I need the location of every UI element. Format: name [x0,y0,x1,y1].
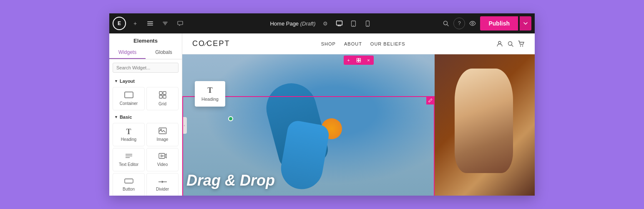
topbar-right: ? Publish [440,16,531,31]
site-nav-icons [496,41,525,47]
sidebar: Elements Widgets Globals ▼ Layout Contai… [109,33,182,196]
svg-rect-0 [147,21,153,22]
button-icon [124,178,133,185]
text-editor-icon [125,153,133,161]
basic-arrow-icon: ▼ [114,115,118,119]
divider-label: Divider [156,187,169,191]
image-icon [158,127,167,135]
search-nav-icon [507,41,514,47]
video-label: Video [157,162,168,167]
layout-section-title: ▼ Layout [109,76,182,85]
hero-portrait-image [435,54,535,196]
nav-our-beliefs: OUR BELIEFS [370,41,405,46]
publish-dropdown-button[interactable] [520,16,531,31]
topbar-center: CONCEPT Home Page (Draft) ⚙ [270,18,374,29]
widget-container[interactable]: Container [113,87,145,110]
image-label: Image [157,137,169,142]
svg-rect-12 [159,92,162,94]
site-logo: CO∕CEPT [192,39,230,48]
drag-cursor-indicator [228,116,233,121]
hero-right-panel [435,54,535,196]
elementor-logo[interactable]: E [113,17,126,30]
tab-globals[interactable]: Globals [146,46,182,59]
site-nav-links: SHOP ABOUT OUR BELIEFS [321,41,405,46]
svg-rect-2 [147,25,153,25]
widget-divider[interactable]: Divider [146,173,179,196]
widget-search-input[interactable] [113,63,179,73]
drag-widget-overlay[interactable]: T Heading [195,81,225,107]
svg-rect-14 [159,95,162,98]
button-label: Button [123,187,135,191]
editor-wrapper: E + CONCEPT Home Page (Draft) [109,13,535,196]
svg-point-17 [160,129,161,130]
canvas-area: CO∕CEPT SHOP ABOUT OUR BELIEFS [182,33,535,196]
layers-button[interactable] [144,18,156,29]
sidebar-tabs: Widgets Globals [109,46,182,59]
cart-icon [518,41,525,47]
svg-marker-24 [162,181,164,183]
widget-heading[interactable]: T Heading [113,123,145,146]
tablet-view-button[interactable] [347,18,360,29]
page-settings-icons: ⚙ [319,18,374,29]
text-editor-label: Text Editor [119,162,138,167]
basic-widget-grid: T Heading Image [109,121,182,196]
basic-section-title: ▼ Basic [109,112,182,121]
svg-point-32 [520,45,521,46]
customize-button[interactable] [159,18,171,29]
widget-button[interactable]: Button [113,173,145,196]
heading-widget-icon: T [207,86,212,95]
topbar: E + CONCEPT Home Page (Draft) [109,13,535,33]
svg-point-29 [498,41,501,44]
section-add-button[interactable]: + [344,56,354,65]
nav-about: ABOUT [344,41,362,46]
svg-rect-37 [359,61,360,62]
comments-button[interactable] [174,18,186,29]
site-preview: CO∕CEPT SHOP ABOUT OUR BELIEFS [182,33,535,196]
heading-icon: T [126,128,131,135]
section-toolbar: + × [344,56,374,65]
nav-shop: SHOP [321,41,336,46]
drag-drop-text: Drag & Drop [186,173,430,188]
grid-icon [159,91,166,100]
divider-icon [158,178,167,185]
svg-rect-15 [163,95,166,98]
desktop-view-button[interactable] [333,18,346,29]
help-button[interactable]: ? [453,18,465,29]
heading-label: Heading [121,137,136,142]
svg-line-9 [447,25,449,26]
svg-rect-36 [357,61,358,62]
layout-arrow-icon: ▼ [114,79,118,83]
svg-point-5 [353,25,354,26]
page-title: CONCEPT Home Page (Draft) [270,20,315,27]
portrait-face [455,69,513,173]
svg-rect-11 [125,92,133,98]
tab-widgets[interactable]: Widgets [109,46,146,59]
svg-rect-13 [163,92,166,94]
video-icon [158,153,167,161]
svg-point-10 [472,23,473,24]
svg-rect-34 [357,59,358,60]
svg-rect-1 [147,23,153,24]
site-nav: CO∕CEPT SHOP ABOUT OUR BELIEFS [182,33,535,54]
publish-button[interactable]: Publish [480,16,518,31]
add-element-button[interactable]: + [129,18,141,29]
widget-text-editor[interactable]: Text Editor [113,148,145,171]
svg-rect-3 [337,21,342,25]
hero-section: + × [182,54,535,196]
section-close-button[interactable]: × [364,56,374,65]
widget-video[interactable]: Video [146,148,179,171]
page-settings-button[interactable]: ⚙ [319,18,332,29]
widget-grid[interactable]: Grid [146,87,179,110]
search-button[interactable] [440,18,452,29]
svg-line-31 [511,45,513,46]
widget-image[interactable]: Image [146,123,179,146]
mobile-view-button[interactable] [362,18,374,29]
container-icon [124,92,133,99]
preview-button[interactable] [467,18,478,29]
sidebar-header: Elements [109,33,182,46]
drag-widget-label: Heading [201,97,219,102]
drag-drop-text-container: Drag & Drop [186,173,430,188]
layout-widget-grid: Container Grid [109,85,182,112]
sidebar-collapse-handle[interactable]: ‹ [182,117,187,134]
section-grid-button[interactable] [354,56,364,65]
